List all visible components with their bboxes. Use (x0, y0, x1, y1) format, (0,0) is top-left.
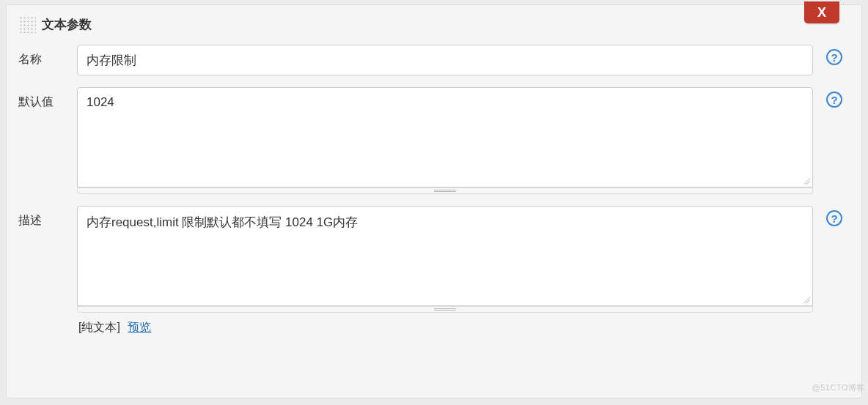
description-textarea[interactable] (78, 207, 812, 305)
panel-header: 文本参数 (7, 5, 861, 39)
resize-bar[interactable] (77, 306, 813, 313)
default-label: 默认值 (18, 87, 77, 110)
default-textarea[interactable] (78, 88, 812, 187)
name-label: 名称 (18, 45, 77, 67)
grip-icon (434, 190, 456, 193)
description-label: 描述 (18, 206, 77, 228)
drag-handle-icon[interactable] (18, 15, 36, 33)
grip-icon (434, 308, 456, 311)
name-input[interactable] (77, 45, 813, 75)
plain-text-label: [纯文本] (78, 321, 120, 333)
preview-link[interactable]: 预览 (128, 321, 151, 333)
watermark: @51CTO博客 (812, 382, 865, 393)
text-parameter-panel: X 文本参数 名称 ? 默认值 ? (6, 4, 862, 398)
form-row-description: 描述 [纯文本] 预览 ? (7, 200, 861, 341)
form-row-default: 默认值 ? (7, 81, 861, 200)
help-icon[interactable]: ? (826, 49, 842, 65)
description-textarea-wrapper (77, 206, 813, 306)
form-row-name: 名称 ? (7, 39, 861, 81)
help-icon[interactable]: ? (826, 92, 842, 108)
default-textarea-wrapper (77, 87, 813, 187)
resize-bar[interactable] (77, 187, 813, 194)
help-icon[interactable]: ? (826, 210, 842, 226)
preview-row: [纯文本] 预览 (77, 320, 813, 335)
panel-title: 文本参数 (42, 16, 92, 33)
